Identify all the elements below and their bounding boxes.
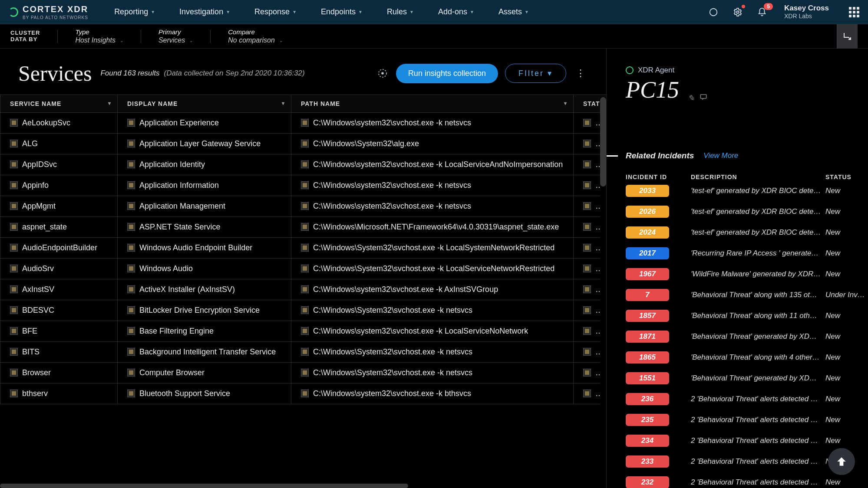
view-more-link[interactable]: View More (703, 151, 738, 160)
edit-icon[interactable]: ✎ (688, 93, 694, 103)
bell-icon[interactable]: 5 (756, 6, 769, 19)
path-name-cell: C:\Windows\System32\svchost.exe -k netsv… (313, 368, 472, 377)
cluster-group-primary[interactable]: PrimaryServices⌄ (158, 28, 193, 44)
row-icon (127, 244, 135, 252)
incident-row[interactable]: 2362 'Behavioral Threat' alerts detected… (626, 393, 855, 405)
filter-icon[interactable]: ▾ (108, 100, 111, 106)
row-icon (583, 390, 591, 397)
scroll-to-top-button[interactable] (828, 448, 855, 475)
incident-status: New (825, 395, 868, 403)
table-row[interactable]: ALGApplication Layer Gateway ServiceC:\W… (0, 134, 607, 154)
incident-row[interactable]: 2322 'Behavioral Threat' alerts detected… (626, 476, 855, 488)
top-navbar: CORTEX XDR BY PALO ALTO NETWORKS Reporti… (0, 0, 868, 24)
filter-button-label: FIlter (518, 69, 544, 78)
cluster-group-compare[interactable]: CompareNo comparison⌄ (228, 28, 283, 44)
results-count: Found 163 results (100, 69, 159, 78)
incident-row[interactable]: 2352 'Behavioral Threat' alerts detected… (626, 414, 855, 426)
col-display-name[interactable]: DISPLAY NAME ▾ (118, 95, 291, 113)
run-insights-button[interactable]: Run insights collection (396, 64, 498, 83)
col-path-name[interactable]: PATH NAME ▾ (291, 95, 574, 113)
divider (141, 30, 141, 43)
table-row[interactable]: BITSBackground Intelligent Transfer Serv… (0, 342, 607, 363)
app-switcher-icon[interactable] (849, 7, 859, 17)
display-name-cell: BitLocker Drive Encryption Service (139, 306, 260, 314)
table-row[interactable]: AeLookupSvcApplication ExperienceC:\Wind… (0, 113, 607, 134)
nav-item-endpoints[interactable]: Endpoints▼ (321, 7, 363, 16)
incident-description: 'Recurring Rare IP Access ' generated by… (691, 249, 821, 258)
nav-item-response[interactable]: Response▼ (254, 7, 297, 16)
incident-id-pill: 233 (626, 455, 669, 468)
table-row[interactable]: BrowserComputer BrowserC:\Windows\System… (0, 363, 607, 383)
more-actions-icon[interactable]: ⋮ (573, 68, 588, 79)
table-row[interactable]: BFEBase Filtering EngineC:\Windows\syste… (0, 321, 607, 342)
table-row[interactable]: bthservBluetooth Support ServiceC:\Windo… (0, 383, 607, 404)
table-row[interactable]: aspnet_stateASP.NET State ServiceC:\Wind… (0, 217, 607, 238)
table-row[interactable]: BDESVCBitLocker Drive Encryption Service… (0, 300, 607, 321)
row-icon (583, 285, 591, 293)
incident-row[interactable]: 2342 'Behavioral Threat' alerts detected… (626, 435, 855, 447)
user-menu[interactable]: Kasey Cross XDR Labs (784, 4, 829, 20)
table-row[interactable]: AppIDSvcApplication IdentityC:\Windows\s… (0, 154, 607, 175)
chevron-down-icon: ▼ (226, 10, 230, 14)
horizontal-scrollbar[interactable] (0, 484, 606, 488)
nav-item-investigation[interactable]: Investigation▼ (179, 7, 230, 16)
incident-row[interactable]: 2024'test-ef' generated by XDR BIOC dete… (626, 226, 855, 239)
help-icon[interactable] (707, 6, 720, 19)
row-icon (10, 285, 18, 293)
nav-item-rules[interactable]: Rules▼ (387, 7, 414, 16)
incident-status: New (825, 332, 868, 341)
row-icon (127, 202, 135, 210)
nav-item-assets[interactable]: Assets▼ (498, 7, 529, 16)
filter-icon[interactable]: ▾ (282, 100, 285, 106)
incident-row[interactable]: 1865'Behavioral Threat' along with 4 oth… (626, 351, 855, 364)
incident-row[interactable]: 1551'Behavioral Threat' generated by XDR… (626, 372, 855, 384)
cluster-group-type[interactable]: TypeHost Insights⌄ (75, 28, 123, 44)
table-row[interactable]: AppinfoApplication InformationC:\Windows… (0, 175, 607, 196)
service-name-cell: AudioSrv (22, 264, 54, 273)
panel-toggle-button[interactable] (837, 24, 858, 49)
table-row[interactable]: AppMgmtApplication ManagementC:\Windows\… (0, 196, 607, 217)
incident-description: 'Behavioral Threat' along with 11 other … (691, 311, 821, 320)
incident-row[interactable]: 1967'WildFire Malware' generated by XDR … (626, 268, 855, 280)
incident-row[interactable]: 7'Behavioral Threat' along with 135 othe… (626, 289, 855, 301)
table-row[interactable]: AudioEndpointBuilderWindows Audio Endpoi… (0, 238, 607, 259)
incident-row[interactable]: 1871'Behavioral Threat' generated by XDR… (626, 331, 855, 343)
row-icon (10, 223, 18, 231)
filter-funnel-icon: ▾ (548, 69, 553, 78)
table-row[interactable]: AxInstSVActiveX Installer (AxInstSV)C:\W… (0, 279, 607, 300)
incident-row[interactable]: 2026'test-ef' generated by XDR BIOC dete… (626, 206, 855, 218)
vertical-scrollbar[interactable] (600, 97, 606, 488)
notifications-badge: 5 (764, 3, 773, 10)
incident-row[interactable]: 2017'Recurring Rare IP Access ' generate… (626, 247, 855, 259)
row-icon (301, 140, 309, 147)
gear-icon[interactable] (731, 6, 744, 19)
incident-row[interactable]: 1857'Behavioral Threat' along with 11 ot… (626, 310, 855, 322)
filter-button[interactable]: FIlter ▾ (505, 64, 566, 83)
horizontal-scrollbar-thumb[interactable] (0, 484, 408, 488)
comment-icon[interactable] (700, 93, 707, 103)
filter-icon[interactable]: ▾ (564, 100, 567, 106)
nav-item-add-ons[interactable]: Add-ons▼ (438, 7, 474, 16)
col-service-name[interactable]: SERVICE NAME ▾ (0, 95, 118, 113)
page-title: Services (18, 61, 92, 86)
brand-logo[interactable]: CORTEX XDR BY PALO ALTO NETWORKS (9, 4, 88, 20)
target-icon[interactable] (376, 67, 389, 80)
incident-status: New (825, 249, 868, 258)
incident-row[interactable]: 2332 'Behavioral Threat' alerts detected… (626, 455, 855, 468)
vertical-scrollbar-thumb[interactable] (600, 97, 606, 187)
table-row[interactable]: AudioSrvWindows AudioC:\Windows\System32… (0, 259, 607, 279)
row-icon (583, 265, 591, 272)
nav-item-reporting[interactable]: Reporting▼ (114, 7, 155, 16)
nav-item-label: Response (254, 7, 290, 16)
row-icon (301, 265, 309, 272)
row-icon (301, 390, 309, 397)
service-name-cell: BFE (22, 327, 37, 335)
row-icon (583, 140, 591, 147)
nav-item-label: Endpoints (321, 7, 356, 16)
shield-icon (626, 66, 634, 74)
service-name-cell: Browser (22, 368, 51, 377)
row-icon (127, 306, 135, 314)
incident-description: 2 'Behavioral Threat' alerts detected by… (691, 457, 821, 466)
row-icon (127, 390, 135, 397)
incident-row[interactable]: 2033'test-ef' generated by XDR BIOC dete… (626, 185, 855, 197)
